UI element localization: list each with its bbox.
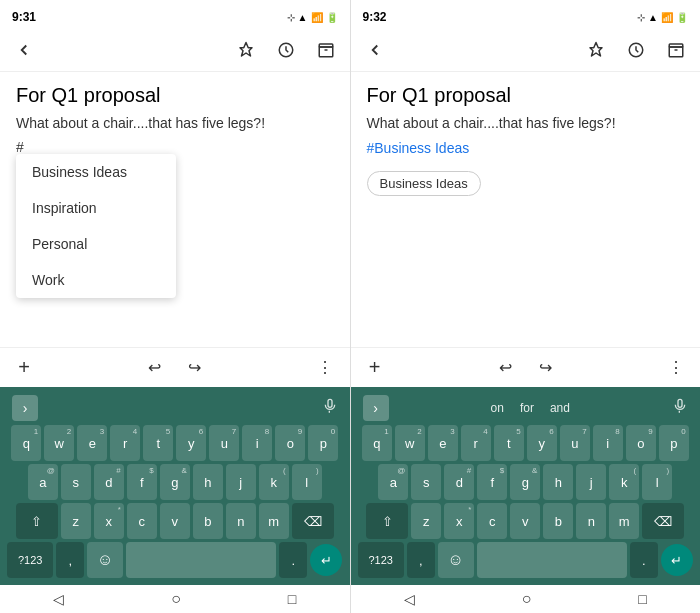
left-note-hashtag[interactable]: # [16,139,334,155]
key-num[interactable]: ?123 [7,542,53,578]
key-z[interactable]: z [61,503,91,539]
key-t[interactable]: t5 [143,425,173,461]
key-e[interactable]: e3 [77,425,107,461]
key-k[interactable]: k( [259,464,289,500]
key-v[interactable]: v [160,503,190,539]
r-key-delete[interactable]: ⌫ [642,503,684,539]
key-p[interactable]: p0 [308,425,338,461]
left-undo-button[interactable]: ↩ [143,356,167,380]
left-mic-button[interactable] [322,398,338,418]
r-key-n[interactable]: n [576,503,606,539]
key-q[interactable]: q1 [11,425,41,461]
key-i[interactable]: i8 [242,425,272,461]
r-key-space[interactable] [477,542,627,578]
key-n[interactable]: n [226,503,256,539]
left-nav-recents[interactable]: □ [288,591,296,607]
left-expand-button[interactable]: › [12,395,38,421]
right-expand-button[interactable]: › [363,395,389,421]
r-key-z[interactable]: z [411,503,441,539]
r-key-v[interactable]: v [510,503,540,539]
right-back-button[interactable] [363,38,387,62]
key-y[interactable]: y6 [176,425,206,461]
left-note-body[interactable]: What about a chair....that has five legs… [16,115,334,131]
r-key-comma[interactable]: , [407,542,435,578]
key-h[interactable]: h [193,464,223,500]
left-nav-back[interactable]: ◁ [53,591,64,607]
right-pin-button[interactable] [584,38,608,62]
left-pin-button[interactable] [234,38,258,62]
r-key-enter[interactable]: ↵ [661,544,693,576]
r-key-q[interactable]: q1 [362,425,392,461]
key-comma[interactable]: , [56,542,84,578]
r-key-num[interactable]: ?123 [358,542,404,578]
autocomplete-item-work[interactable]: Work [16,262,176,298]
right-mic-button[interactable] [672,398,688,418]
suggest-and[interactable]: and [550,401,570,415]
right-nav-back[interactable]: ◁ [404,591,415,607]
left-more-button[interactable]: ⋮ [314,356,338,380]
key-m[interactable]: m [259,503,289,539]
right-archive-button[interactable] [664,38,688,62]
key-o[interactable]: o9 [275,425,305,461]
key-w[interactable]: w2 [44,425,74,461]
r-key-i[interactable]: i8 [593,425,623,461]
right-nav-recents[interactable]: □ [638,591,646,607]
key-l[interactable]: l) [292,464,322,500]
suggest-for[interactable]: for [520,401,534,415]
autocomplete-item-inspiration[interactable]: Inspiration [16,190,176,226]
right-undo-button[interactable]: ↩ [493,356,517,380]
r-key-j[interactable]: j [576,464,606,500]
key-delete[interactable]: ⌫ [292,503,334,539]
left-nav-home[interactable]: ○ [171,590,181,608]
r-key-x[interactable]: x* [444,503,474,539]
r-key-y[interactable]: y6 [527,425,557,461]
key-d[interactable]: d# [94,464,124,500]
key-a[interactable]: a@ [28,464,58,500]
r-key-r[interactable]: r4 [461,425,491,461]
key-b[interactable]: b [193,503,223,539]
right-hashtag-link[interactable]: #Business Ideas [367,140,470,156]
key-s[interactable]: s [61,464,91,500]
r-key-l[interactable]: l) [642,464,672,500]
left-redo-button[interactable]: ↪ [183,356,207,380]
r-key-shift[interactable]: ⇧ [366,503,408,539]
r-key-t[interactable]: t5 [494,425,524,461]
key-enter[interactable]: ↵ [310,544,342,576]
key-f[interactable]: f$ [127,464,157,500]
key-j[interactable]: j [226,464,256,500]
r-key-c[interactable]: c [477,503,507,539]
r-key-m[interactable]: m [609,503,639,539]
autocomplete-item-business[interactable]: Business Ideas [16,154,176,190]
left-add-button[interactable]: + [12,356,36,380]
r-key-k[interactable]: k( [609,464,639,500]
left-back-button[interactable] [12,38,36,62]
suggest-on[interactable]: on [491,401,504,415]
autocomplete-item-personal[interactable]: Personal [16,226,176,262]
r-key-g[interactable]: g& [510,464,540,500]
r-key-u[interactable]: u7 [560,425,590,461]
r-key-w[interactable]: w2 [395,425,425,461]
right-note-body[interactable]: What about a chair....that has five legs… [367,115,685,131]
left-reminder-button[interactable] [274,38,298,62]
r-key-a[interactable]: a@ [378,464,408,500]
key-emoji[interactable]: ☺ [87,542,123,578]
r-key-period[interactable]: . [630,542,658,578]
r-key-p[interactable]: p0 [659,425,689,461]
r-key-f[interactable]: f$ [477,464,507,500]
right-reminder-button[interactable] [624,38,648,62]
key-space[interactable] [126,542,276,578]
r-key-s[interactable]: s [411,464,441,500]
key-shift[interactable]: ⇧ [16,503,58,539]
r-key-emoji[interactable]: ☺ [438,542,474,578]
r-key-h[interactable]: h [543,464,573,500]
right-nav-home[interactable]: ○ [522,590,532,608]
right-redo-button[interactable]: ↪ [533,356,557,380]
r-key-b[interactable]: b [543,503,573,539]
key-g[interactable]: g& [160,464,190,500]
r-key-e[interactable]: e3 [428,425,458,461]
right-tag-chip[interactable]: Business Ideas [367,171,481,196]
r-key-o[interactable]: o9 [626,425,656,461]
right-add-button[interactable]: + [363,356,387,380]
left-archive-button[interactable] [314,38,338,62]
key-c[interactable]: c [127,503,157,539]
